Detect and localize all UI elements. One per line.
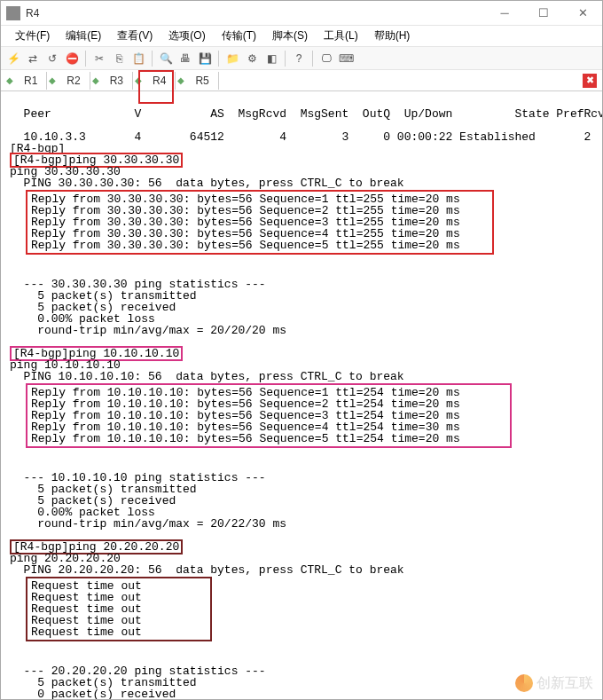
tab-r1[interactable]: R1 (15, 72, 47, 90)
tab-indicator-icon: ◆ (176, 75, 186, 85)
tab-r3[interactable]: R3 (101, 72, 133, 90)
tool-connect-icon[interactable]: ⚡ (4, 50, 22, 67)
maximize-button[interactable]: ☐ (524, 1, 563, 26)
tab-r5[interactable]: R5 (186, 72, 218, 90)
ping-10-header: PING 10.10.10.10: 56 data bytes, press C… (10, 370, 404, 383)
tab-r4[interactable]: R4 (144, 72, 176, 90)
window-title: R4 (26, 7, 485, 20)
stats-line: 0 packet(s) received (10, 688, 176, 699)
stats-line: round-trip min/avg/max = 20/20/20 ms (10, 324, 286, 337)
tool-screen-icon[interactable]: 🖵 (317, 50, 335, 67)
ping-10-replies: Reply from 10.10.10.10: bytes=56 Sequenc… (26, 383, 512, 448)
watermark: 创新互联 (515, 674, 593, 692)
titlebar: R4 ─ ☐ ✕ (1, 1, 602, 26)
tool-disconnect-icon[interactable]: ⛔ (63, 50, 81, 67)
menu-help[interactable]: 帮助(H) (367, 27, 418, 45)
tool-find-icon[interactable]: 🔍 (157, 50, 175, 67)
app-icon (6, 6, 20, 20)
tool-keyboard-icon[interactable]: ⌨ (337, 50, 355, 67)
tool-copy-icon[interactable]: ⎘ (110, 50, 128, 67)
menu-view[interactable]: 查看(V) (110, 27, 160, 45)
tab-indicator-icon: ◆ (4, 75, 15, 85)
session-tabbar: ◆ R1 ◆ R2 ◆ R3 ◆ R4 ◆ R5 ✖ (1, 70, 602, 91)
toolbar-separator (312, 51, 313, 67)
timeout-line: Request time out (31, 625, 142, 639)
menu-edit[interactable]: 编辑(E) (59, 27, 108, 45)
watermark-logo-icon (515, 674, 533, 692)
ping-20-header: PING 20.20.20.20: 56 data bytes, press C… (10, 563, 404, 577)
menu-transfer[interactable]: 传输(T) (215, 27, 263, 45)
tab-indicator-icon: ◆ (90, 75, 101, 85)
toolbar-separator (285, 51, 286, 67)
window-controls: ─ ☐ ✕ (485, 1, 602, 26)
ping-20-timeouts: Request time out Request time out Reques… (26, 577, 212, 641)
tool-print-icon[interactable]: 🖶 (176, 50, 194, 67)
reply-line: Reply from 30.30.30.30: bytes=56 Sequenc… (31, 239, 460, 252)
terminal-output[interactable]: Peer V AS MsgRcvd MsgSent OutQ Up/Down S… (1, 91, 602, 699)
tool-session-icon[interactable]: ◧ (262, 50, 280, 67)
tool-save-icon[interactable]: 💾 (196, 50, 214, 67)
menubar: 文件(F) 编辑(E) 查看(V) 选项(O) 传输(T) 脚本(S) 工具(L… (1, 26, 602, 47)
menu-file[interactable]: 文件(F) (8, 27, 57, 45)
toolbar-separator (218, 51, 219, 67)
tool-settings-icon[interactable]: ⚙ (243, 50, 261, 67)
tool-reconnect-icon[interactable]: ↺ (43, 50, 61, 67)
app-window: R4 ─ ☐ ✕ 文件(F) 编辑(E) 查看(V) 选项(O) 传输(T) 脚… (0, 0, 603, 700)
toolbar: ⚡ ⇄ ↺ ⛔ ✂ ⎘ 📋 🔍 🖶 💾 📁 ⚙ ◧ ? 🖵 ⌨ (1, 47, 602, 70)
menu-tools[interactable]: 工具(L) (317, 27, 365, 45)
tool-cut-icon[interactable]: ✂ (90, 50, 108, 67)
watermark-text: 创新互联 (536, 676, 593, 690)
bgp-peer-row: 10.10.3.3 4 64512 4 3 0 00:00:22 Establi… (10, 130, 591, 144)
tool-folder-icon[interactable]: 📁 (223, 50, 241, 67)
tool-help-icon[interactable]: ? (290, 50, 308, 67)
bgp-header: Peer V AS MsgRcvd MsgSent OutQ Up/Down S… (10, 107, 602, 121)
reply-line: Reply from 10.10.10.10: bytes=56 Sequenc… (31, 432, 460, 445)
close-button[interactable]: ✕ (563, 1, 602, 26)
tab-r2[interactable]: R2 (58, 72, 90, 90)
toolbar-separator (85, 51, 86, 67)
menu-script[interactable]: 脚本(S) (265, 27, 315, 45)
menu-options[interactable]: 选项(O) (161, 27, 212, 45)
tab-close-button[interactable]: ✖ (583, 74, 597, 88)
ping-30-replies: Reply from 30.30.30.30: bytes=56 Sequenc… (26, 190, 494, 255)
tool-quickconnect-icon[interactable]: ⇄ (24, 50, 42, 67)
tab-indicator-icon: ◆ (47, 75, 58, 85)
tab-indicator-icon: ◆ (133, 75, 144, 85)
toolbar-separator (152, 51, 153, 67)
tab-r4-label: R4 (153, 75, 166, 87)
tool-paste-icon[interactable]: 📋 (129, 50, 147, 67)
stats-line: round-trip min/avg/max = 20/22/30 ms (10, 517, 286, 531)
minimize-button[interactable]: ─ (485, 1, 524, 26)
ping-30-header: PING 30.30.30.30: 56 data bytes, press C… (10, 177, 404, 190)
